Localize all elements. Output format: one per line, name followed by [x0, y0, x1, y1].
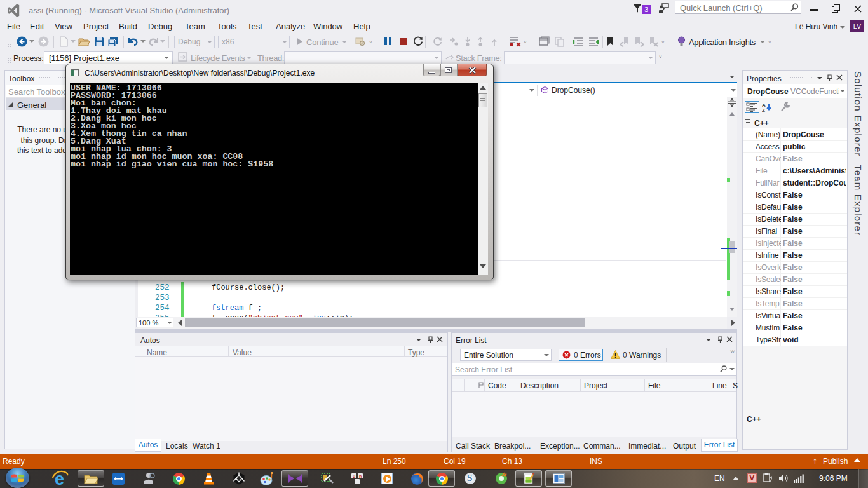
svg-text:n: n [359, 474, 362, 478]
svg-text:Z: Z [762, 107, 765, 112]
svg-text:u: u [353, 474, 355, 478]
